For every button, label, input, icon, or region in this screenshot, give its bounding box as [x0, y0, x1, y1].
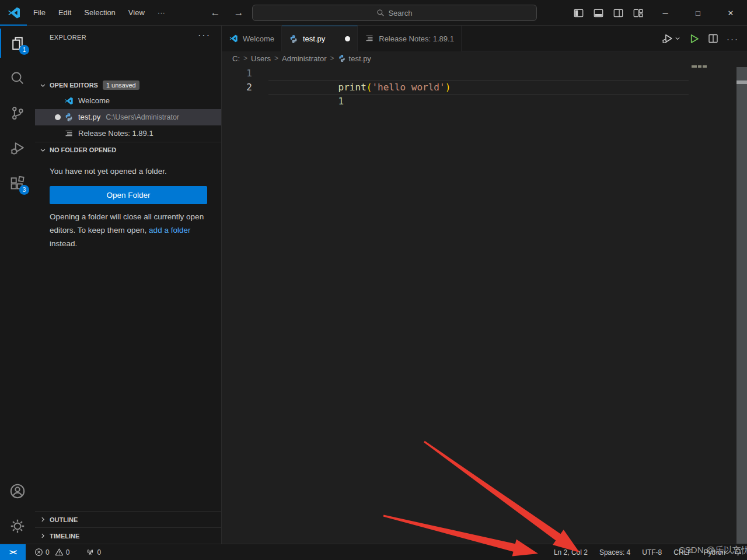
open-editor-label: test.pyC:\Users\Administrator	[78, 109, 179, 125]
open-editor-path: C:\Users\Administrator	[106, 113, 179, 121]
python-file-icon	[338, 54, 346, 62]
cursor-position[interactable]: Ln 2, Col 2	[548, 546, 594, 559]
sidebar-title: EXPLORER	[50, 34, 86, 41]
open-editor-testpy[interactable]: test.pyC:\Users\Administrator	[35, 109, 221, 125]
toggle-sidebar-icon[interactable]	[573, 8, 584, 18]
activity-bar: 1	[0, 26, 35, 544]
vscode-logo-icon	[7, 6, 21, 20]
activity-account[interactable]	[0, 474, 35, 509]
split-editor-icon[interactable]	[708, 33, 718, 44]
run-debug-dropdown[interactable]	[662, 33, 680, 44]
ports-indicator[interactable]: 0	[82, 546, 105, 559]
breadcrumb-separator-icon: >	[242, 54, 249, 62]
encoding[interactable]: UTF-8	[636, 546, 668, 559]
error-icon	[34, 548, 43, 556]
outline-label: OUTLINE	[50, 516, 78, 523]
add-folder-link[interactable]: add a folder	[149, 226, 190, 235]
tab-label: Release Notes: 1.89.1	[379, 34, 454, 43]
activity-settings[interactable]	[0, 509, 35, 544]
menu-bar: File Edit Selection View ···	[27, 0, 172, 26]
minimap-code-mark	[692, 65, 707, 68]
close-button[interactable]: ✕	[714, 0, 747, 26]
breadcrumb-administrator[interactable]: Administrator	[282, 54, 327, 63]
warning-count: 0	[66, 548, 70, 556]
customize-layout-icon[interactable]	[633, 8, 644, 18]
code-line-2: 21	[222, 80, 747, 94]
code-editor[interactable]: 1print('hello world') 21	[222, 65, 747, 544]
toggle-panel-icon[interactable]	[593, 8, 604, 18]
open-folder-button[interactable]: Open Folder	[50, 186, 207, 204]
activity-extensions[interactable]: 3	[0, 166, 35, 201]
tab-welcome[interactable]: Welcome	[222, 26, 282, 51]
git-branch-icon	[10, 106, 25, 121]
no-folder-header[interactable]: NO FOLDER OPENED	[35, 142, 221, 158]
warning-icon	[55, 548, 64, 556]
run-debug-icon	[10, 141, 25, 156]
python-file-icon	[64, 113, 74, 122]
tab-testpy[interactable]: test.py	[282, 26, 358, 51]
title-bar: File Edit Selection View ··· ← → Search	[0, 0, 747, 26]
menu-selection[interactable]: Selection	[78, 5, 121, 21]
open-editor-label: Release Notes: 1.89.1	[78, 125, 153, 142]
maximize-button[interactable]: □	[682, 0, 714, 26]
sidebar-more-icon[interactable]: ···	[198, 30, 211, 41]
search-icon	[10, 71, 25, 86]
menu-more-icon[interactable]: ···	[151, 5, 172, 21]
activity-source-control[interactable]	[0, 96, 35, 131]
open-editors-list: Welcome test.pyC:\Users\Administrator Re…	[35, 93, 221, 142]
indentation[interactable]: Spaces: 4	[594, 546, 636, 559]
tab-bar: Welcome test.py Release Notes: 1.89.1	[222, 26, 747, 51]
toggle-secondary-sidebar-icon[interactable]	[613, 8, 624, 18]
activity-explorer[interactable]: 1	[0, 26, 35, 61]
open-editor-release-notes[interactable]: Release Notes: 1.89.1	[35, 125, 221, 142]
csdn-watermark: CSDN @乐以忘忧	[679, 545, 747, 556]
release-notes-icon	[365, 34, 374, 43]
chevron-right-icon	[40, 516, 46, 523]
breadcrumb-users[interactable]: Users	[251, 54, 271, 63]
remote-indicator[interactable]: ><	[0, 544, 26, 560]
editor-actions: ···	[662, 26, 747, 51]
breadcrumb: C: > Users > Administrator > test.py	[222, 51, 747, 65]
run-python-file-icon[interactable]	[689, 33, 700, 44]
code-line-1: 1print('hello world')	[222, 66, 747, 80]
open-editor-label: Welcome	[78, 93, 110, 109]
problems-indicator[interactable]: 0 0	[30, 546, 74, 559]
back-icon[interactable]: ←	[205, 0, 225, 26]
chevron-right-icon	[40, 533, 46, 539]
more-actions-icon[interactable]: ···	[727, 34, 739, 44]
tab-label: Welcome	[243, 34, 274, 43]
open-editor-welcome[interactable]: Welcome	[35, 93, 221, 109]
forward-icon[interactable]: →	[229, 0, 249, 26]
modified-dot-icon[interactable]	[345, 36, 350, 41]
no-folder-body: You have not yet opened a folder. Open F…	[35, 158, 221, 250]
search-input[interactable]: Search	[252, 5, 537, 21]
activity-search[interactable]	[0, 61, 35, 96]
search-placeholder: Search	[388, 9, 412, 18]
timeline-header[interactable]: TIMELINE	[35, 527, 221, 544]
tab-release-notes[interactable]: Release Notes: 1.89.1	[358, 26, 462, 51]
radio-tower-icon	[86, 548, 95, 556]
breadcrumb-separator-icon: >	[273, 54, 280, 62]
open-editors-header[interactable]: OPEN EDITORS 1 unsaved	[35, 78, 221, 93]
menu-edit[interactable]: Edit	[52, 5, 78, 21]
minimize-button[interactable]: ─	[649, 0, 682, 26]
menu-file[interactable]: File	[27, 5, 52, 21]
minimap[interactable]	[689, 65, 736, 544]
vscode-logo-icon	[64, 96, 74, 106]
no-folder-note: Opening a folder will close all currentl…	[50, 210, 207, 250]
python-file-icon	[289, 34, 298, 44]
activity-run-debug[interactable]	[0, 131, 35, 166]
line-number: 2	[222, 80, 252, 94]
breadcrumb-drive[interactable]: C:	[232, 54, 240, 63]
status-bar: >< 0 0 0 Ln 2, Col 2 Spaces: 4	[0, 544, 747, 560]
layout-controls	[573, 0, 644, 26]
vscode-logo-icon	[229, 34, 238, 43]
chevron-down-icon	[40, 147, 46, 153]
outline-header[interactable]: OUTLINE	[35, 511, 221, 527]
editor-scrollbar[interactable]	[736, 67, 747, 544]
menu-view[interactable]: View	[122, 5, 151, 21]
debug-run-icon	[662, 33, 673, 44]
breadcrumb-file[interactable]: test.py	[338, 54, 371, 63]
cursor-position-marker	[736, 80, 747, 84]
explorer-sidebar: EXPLORER ··· OPEN EDITORS 1 unsaved Welc…	[35, 26, 222, 544]
